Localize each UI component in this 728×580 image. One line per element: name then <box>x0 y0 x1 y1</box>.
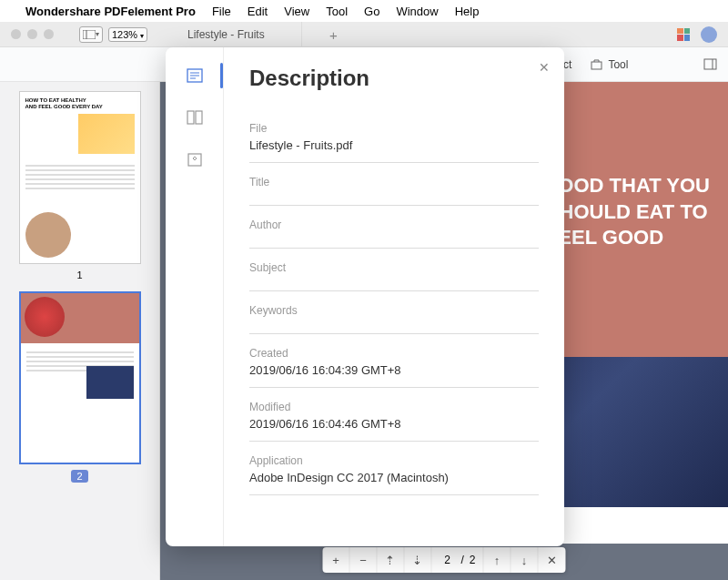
minimize-window-button[interactable] <box>27 29 37 39</box>
field-modified-label: Modified <box>249 401 539 413</box>
thumbnail-1[interactable]: HOW TO EAT HEALTHY AND FEEL GOOD EVERY D… <box>9 91 150 280</box>
menu-window[interactable]: Window <box>396 5 438 18</box>
banner-text: FOOD THAT YOU SHOULD EAT TO FEEL GOOD <box>546 173 710 251</box>
thumb1-heading: HOW TO EAT HEALTHY AND FEEL GOOD EVERY D… <box>20 92 140 115</box>
svg-rect-20 <box>196 111 202 124</box>
field-title[interactable]: Title <box>249 167 539 206</box>
field-created-label: Created <box>249 347 539 360</box>
field-created: Created 2019/06/16 16:04:39 GMT+8 <box>249 338 539 388</box>
thumbnail-2[interactable]: 2 <box>9 291 150 483</box>
tab-label: Lifestyle - Fruits <box>187 28 265 41</box>
document-tab[interactable]: Lifestyle - Fruits <box>173 22 302 46</box>
field-modified-value: 2019/06/16 16:04:46 GMT+8 <box>249 417 539 432</box>
svg-rect-19 <box>187 111 194 124</box>
modal-tab-security[interactable] <box>185 149 205 169</box>
field-created-value: 2019/06/16 16:04:39 GMT+8 <box>249 363 539 378</box>
svg-rect-0 <box>83 30 96 39</box>
tool-panel[interactable] <box>703 57 717 71</box>
field-keywords-label: Keywords <box>249 304 539 317</box>
field-modified: Modified 2019/06/16 16:04:46 GMT+8 <box>249 392 539 442</box>
panel-icon <box>703 57 717 71</box>
close-nav-button[interactable]: ✕ <box>539 547 566 573</box>
zoom-out-button[interactable]: − <box>349 547 377 573</box>
toolbox-icon <box>590 57 603 71</box>
page-sep: / <box>460 554 463 566</box>
menubar: Wondershare PDFelement Pro File Edit Vie… <box>0 0 728 22</box>
menu-tool[interactable]: Tool <box>326 5 348 18</box>
fullscreen-window-button[interactable] <box>44 29 54 39</box>
menu-view[interactable]: View <box>284 5 309 18</box>
menu-file[interactable]: File <box>212 5 231 18</box>
tool-toolbox-label: Tool <box>608 58 628 71</box>
sidebar-icon <box>83 30 96 39</box>
modal-sidebar <box>166 47 224 546</box>
avatar[interactable] <box>701 26 717 43</box>
next-page-button[interactable]: ↓ <box>511 547 539 573</box>
modal-title: Description <box>249 66 539 91</box>
field-author-label: Author <box>249 219 539 231</box>
menu-help[interactable]: Help <box>455 5 480 18</box>
svg-rect-13 <box>704 59 716 69</box>
svg-rect-12 <box>592 62 602 69</box>
field-subject-label: Subject <box>249 261 539 274</box>
modal-close-button[interactable]: ✕ <box>539 60 550 75</box>
sidebar-toggle-button[interactable]: ▾ <box>79 26 103 43</box>
field-keywords[interactable]: Keywords <box>249 295 539 334</box>
thumb1-image2 <box>25 212 71 258</box>
page-nav: + − ⇡ ⇣ / 2 ↑ ↓ ✕ <box>322 547 565 573</box>
close-window-button[interactable] <box>11 29 21 39</box>
field-subject[interactable]: Subject <box>249 252 539 291</box>
description-modal: ✕ Description File Lifestyle - Fruits.pd… <box>166 47 564 546</box>
thumb1-number: 1 <box>76 270 82 280</box>
thumbnail-sidebar: HOW TO EAT HEALTHY AND FEEL GOOD EVERY D… <box>0 82 160 580</box>
prev-page-button[interactable]: ↑ <box>484 547 511 573</box>
current-page-input[interactable] <box>439 554 455 566</box>
new-tab-button[interactable]: + <box>329 27 338 43</box>
field-file: File Lifestyle - Fruits.pdf <box>249 113 539 163</box>
field-file-value: Lifestyle - Fruits.pdf <box>249 138 539 153</box>
field-application: Application Adobe InDesign CC 2017 (Maci… <box>249 445 539 495</box>
field-author[interactable]: Author <box>249 209 539 249</box>
thumb2-number: 2 <box>71 470 87 483</box>
field-application-label: Application <box>249 454 539 467</box>
page-total: 2 <box>470 554 476 566</box>
tool-toolbox[interactable]: Tool <box>590 57 628 71</box>
first-page-button[interactable]: ⇡ <box>377 547 404 573</box>
field-title-label: Title <box>249 176 539 188</box>
thumb1-image <box>78 114 135 154</box>
zoom-select[interactable]: 123% ▾ <box>108 27 147 42</box>
apps-icon[interactable] <box>677 28 690 41</box>
menu-edit[interactable]: Edit <box>248 5 268 18</box>
zoom-in-button[interactable]: + <box>322 547 349 573</box>
field-file-label: File <box>249 122 539 135</box>
app-name[interactable]: Wondershare PDFelement Pro <box>25 5 196 18</box>
page-indicator: / 2 <box>431 547 483 573</box>
zoom-value: 123% <box>112 29 137 40</box>
last-page-button[interactable]: ⇣ <box>404 547 431 573</box>
field-application-value: Adobe InDesign CC 2017 (Macintosh) <box>249 471 539 485</box>
menu-go[interactable]: Go <box>364 5 379 18</box>
titlebar: ▾ 123% ▾ Lifestyle - Fruits + <box>0 22 728 47</box>
modal-tab-initial-view[interactable] <box>185 107 205 127</box>
traffic-lights <box>0 29 54 39</box>
modal-tab-description[interactable] <box>185 66 205 86</box>
